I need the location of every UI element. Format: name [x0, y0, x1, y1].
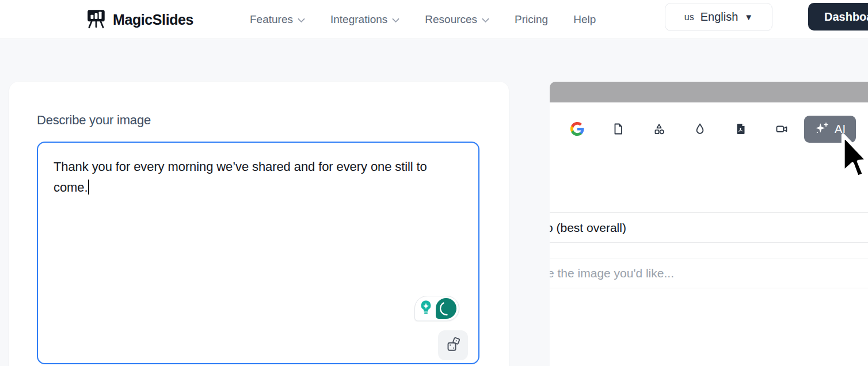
- textarea-value: Thank you for every morning we’ve shared…: [38, 143, 478, 212]
- prompt-input-row[interactable]: e the image you'd like...: [550, 258, 868, 288]
- dice-icon: [446, 337, 461, 354]
- dropdown-caret-icon: ▼: [744, 13, 753, 21]
- nav-item-help[interactable]: Help: [573, 13, 596, 26]
- sparkle-icon: [814, 121, 829, 138]
- shapes-icon[interactable]: [652, 122, 666, 136]
- nav-item-features[interactable]: Features: [250, 13, 305, 26]
- ai-button-label: AI: [835, 123, 846, 136]
- image-description-textarea[interactable]: Thank you for every morning we’ve shared…: [37, 142, 479, 364]
- language-label: English: [701, 10, 738, 24]
- nav-item-resources[interactable]: Resources: [425, 13, 489, 26]
- model-option-label: o (best overall): [550, 221, 626, 235]
- nav-item-pricing[interactable]: Pricing: [515, 13, 548, 26]
- brand-name: MagicSlides: [113, 12, 193, 28]
- random-prompt-button[interactable]: [438, 330, 468, 360]
- video-camera-icon[interactable]: [775, 122, 789, 136]
- brand-logo[interactable]: MagicSlides: [85, 0, 193, 39]
- pdf-icon[interactable]: [734, 122, 748, 136]
- dashboard-button[interactable]: Dashboard: [808, 3, 868, 30]
- window-body: AI o (best overall) e the image you'd li…: [550, 102, 868, 366]
- main-nav: Features Integrations Resources Pricing …: [250, 0, 596, 39]
- droplet-icon[interactable]: [693, 122, 707, 136]
- chevron-down-icon: [392, 13, 399, 26]
- magicslides-easel-icon: [85, 8, 107, 31]
- assistant-widget-pill[interactable]: [414, 296, 459, 321]
- ai-button[interactable]: AI: [804, 116, 856, 143]
- nav-item-integrations[interactable]: Integrations: [330, 13, 399, 26]
- chevron-down-icon: [482, 13, 489, 26]
- window-titlebar: [550, 82, 868, 102]
- model-option-row[interactable]: o (best overall): [550, 212, 868, 243]
- language-flag-code: us: [684, 12, 694, 22]
- describe-image-title: Describe your image: [37, 113, 151, 128]
- insert-toolbar: AI: [550, 115, 868, 143]
- chevron-down-icon: [298, 13, 305, 26]
- text-caret: [88, 180, 89, 195]
- language-selector[interactable]: us English ▼: [665, 3, 772, 31]
- demo-screenshot-panel: AI o (best overall) e the image you'd li…: [550, 82, 868, 366]
- chat-bubble-icon[interactable]: [436, 298, 456, 319]
- top-nav: MagicSlides Features Integrations Resour…: [0, 0, 868, 39]
- google-icon[interactable]: [570, 122, 584, 136]
- idea-bulb-icon[interactable]: [418, 299, 434, 318]
- image-generator-card: Describe your image Thank you for every …: [9, 82, 509, 366]
- document-icon[interactable]: [611, 122, 625, 136]
- prompt-placeholder: e the image you'd like...: [550, 266, 674, 280]
